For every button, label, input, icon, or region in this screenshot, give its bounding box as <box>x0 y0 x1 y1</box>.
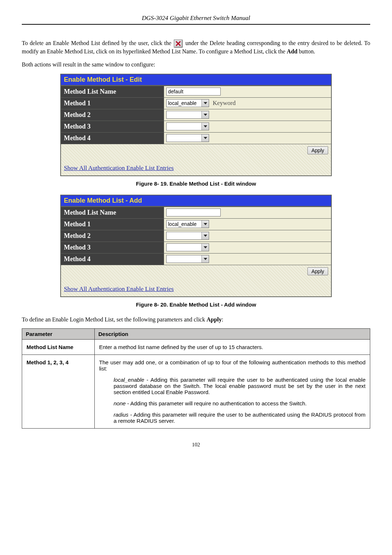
add-name-label: Method List Name <box>61 207 164 218</box>
chevron-down-icon <box>201 123 209 130</box>
method-none: none - Adding this parameter will requir… <box>114 400 366 406</box>
add-name-input[interactable] <box>166 208 221 216</box>
add-method3-dropdown[interactable] <box>166 243 209 251</box>
radius-keyword: radius <box>114 412 128 418</box>
chevron-down-icon <box>201 244 209 251</box>
chevron-down-icon <box>201 220 209 228</box>
add-apply-button[interactable]: Apply <box>307 267 328 275</box>
figure-caption-add: Figure 8- 20. Enable Method List - Add w… <box>22 301 370 308</box>
add-method1-label: Method 1 <box>61 219 164 230</box>
figure-caption-edit: Figure 8- 19. Enable Method List - Edit … <box>22 181 370 187</box>
th-description: Description <box>95 329 370 340</box>
chevron-down-icon <box>201 111 209 118</box>
add-method2-value <box>167 232 201 239</box>
add-method3-label: Method 3 <box>61 242 164 253</box>
row2-label: Method 1, 2, 3, 4 <box>22 355 95 429</box>
method-local-enable: local_enable - Adding this parameter wil… <box>114 377 366 395</box>
define-paragraph: To define an Enable Login Method List, s… <box>22 316 370 324</box>
edit-method4-label: Method 4 <box>61 133 164 144</box>
add-show-all-link[interactable]: Show All Authentication Enable List Entr… <box>64 285 174 292</box>
row1-desc: Enter a method list name defined by the … <box>95 340 370 355</box>
edit-method2-dropdown[interactable] <box>166 111 209 119</box>
edit-method4-value <box>167 134 201 142</box>
chevron-down-icon <box>201 100 209 107</box>
page-number: 102 <box>22 442 370 448</box>
edit-method3-label: Method 3 <box>61 121 164 132</box>
edit-name-label: Method List Name <box>61 86 164 97</box>
radius-desc: - Adding this parameter will require the… <box>114 412 366 424</box>
edit-method1-label: Method 1 <box>61 98 164 109</box>
add-method3-value <box>167 244 201 251</box>
define-b: : <box>222 316 223 323</box>
add-panel-title: Enable Method List - Add <box>61 195 331 207</box>
edit-panel-title: Enable Method List - Edit <box>61 74 331 86</box>
none-keyword: none <box>114 400 126 406</box>
edit-apply-button[interactable]: Apply <box>307 146 328 154</box>
delete-icon <box>174 40 183 48</box>
chevron-down-icon <box>201 255 209 263</box>
page-header-title: DGS-3024 Gigabit Ethernet Switch Manual <box>22 15 370 25</box>
edit-method3-value <box>167 123 201 130</box>
table-row: Method 1, 2, 3, 4 The user may add one, … <box>22 355 370 429</box>
add-method1-dropdown[interactable]: local_enable <box>166 220 209 228</box>
chevron-down-icon <box>201 232 209 239</box>
add-method2-dropdown[interactable] <box>166 232 209 240</box>
chevron-down-icon <box>201 134 209 142</box>
row1-label: Method List Name <box>22 340 95 355</box>
edit-method4-dropdown[interactable] <box>166 134 209 142</box>
edit-method2-label: Method 2 <box>61 109 164 121</box>
add-method4-label: Method 4 <box>61 254 164 265</box>
intro-paragraph-2: Both actions will result in the same win… <box>22 61 370 69</box>
add-method4-dropdown[interactable] <box>166 255 209 263</box>
add-method1-value: local_enable <box>167 220 201 228</box>
row2-intro: The user may add one, or a combination o… <box>99 359 366 372</box>
none-desc: - Adding this parameter will require no … <box>126 400 307 406</box>
define-apply-word: Apply <box>207 316 222 323</box>
edit-show-all-link[interactable]: Show All Authentication Enable List Entr… <box>64 165 174 171</box>
local-enable-keyword: local_enable <box>114 377 144 383</box>
row2-desc: The user may add one, or a combination o… <box>95 355 370 429</box>
intro-p1a: To delete an Enable Method List defined … <box>22 40 173 46</box>
table-row: Method List Name Enter a method list nam… <box>22 340 370 355</box>
local-enable-desc: - Adding this parameter will require the… <box>114 377 366 395</box>
edit-name-input[interactable] <box>166 88 221 96</box>
edit-method2-value <box>167 111 201 118</box>
parameter-table: Parameter Description Method List Name E… <box>22 328 370 429</box>
edit-method1-value: local_enable <box>167 100 201 107</box>
intro-paragraph-1: To delete an Enable Method List defined … <box>22 39 370 56</box>
add-method2-label: Method 2 <box>61 230 164 242</box>
edit-method1-dropdown[interactable]: local_enable <box>166 99 209 107</box>
edit-method1-keyword: Keyword <box>213 100 236 107</box>
table-header-row: Parameter Description <box>22 329 370 340</box>
intro-p1c: button. <box>299 48 315 54</box>
enable-method-list-add-panel: Enable Method List - Add Method List Nam… <box>60 195 332 297</box>
define-a: To define an Enable Login Method List, s… <box>22 316 207 323</box>
method-radius: radius - Adding this parameter will requ… <box>114 412 366 424</box>
add-word: Add <box>287 48 297 54</box>
th-parameter: Parameter <box>22 329 95 340</box>
enable-method-list-edit-panel: Enable Method List - Edit Method List Na… <box>60 74 332 176</box>
add-method4-value <box>167 255 201 263</box>
edit-method3-dropdown[interactable] <box>166 122 209 130</box>
